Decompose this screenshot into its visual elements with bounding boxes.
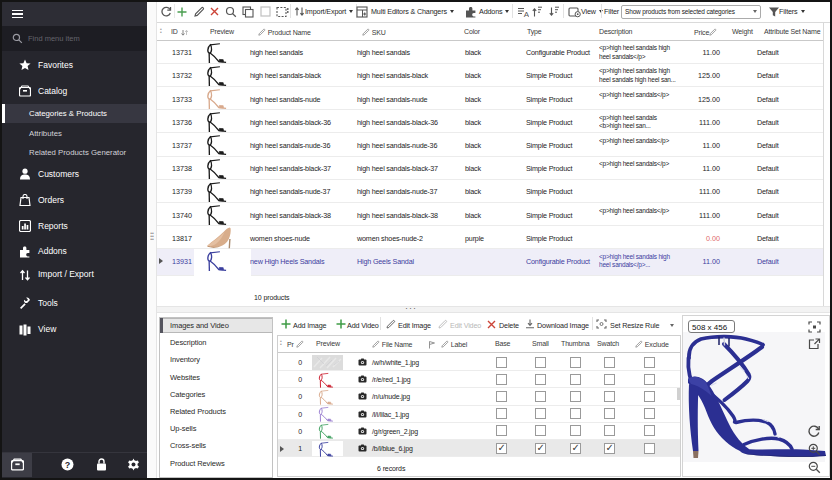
svg-text:A: A	[524, 10, 529, 19]
svg-text:?: ?	[65, 460, 71, 470]
